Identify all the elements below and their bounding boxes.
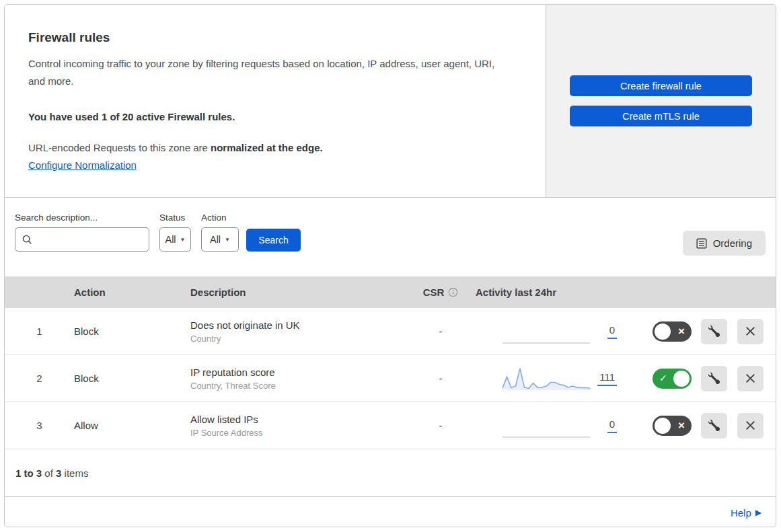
rule-description: Does not originate in UK: [190, 319, 406, 331]
rule-priority: 2: [5, 373, 74, 384]
usage-note: You have used 1 of 20 active Firewall ru…: [28, 111, 525, 122]
cross-icon: ×: [678, 416, 685, 436]
activity-count-link[interactable]: 0: [607, 324, 617, 339]
search-button[interactable]: Search: [246, 229, 301, 252]
csr-column-header: CSR: [406, 287, 476, 298]
rule-csr-value: -: [406, 420, 476, 431]
rule-description-cell: IP reputation score Country, Threat Scor…: [190, 367, 406, 391]
wrench-icon: [708, 326, 720, 337]
normalization-bold: normalized at the edge.: [211, 142, 323, 153]
activity-sparkline: [503, 413, 590, 439]
rule-controls: ✓ ×: [644, 413, 776, 439]
activity-column-header: Activity last 24hr: [476, 287, 644, 298]
rule-action: Block: [74, 373, 190, 384]
toggle-knob: [655, 324, 671, 340]
rule-priority: 1: [5, 326, 74, 337]
status-dropdown[interactable]: All ▼: [159, 227, 191, 252]
rule-activity-cell: 111: [476, 366, 644, 391]
create-firewall-rule-button[interactable]: Create firewall rule: [570, 75, 752, 96]
summary-total: 3: [56, 467, 61, 479]
wrench-icon: [708, 373, 720, 384]
close-icon: [745, 326, 755, 336]
action-value: All: [210, 234, 221, 245]
ordering-list-icon: [696, 238, 707, 249]
wrench-icon: [708, 420, 720, 431]
page-description: Control incoming traffic to your zone by…: [28, 55, 503, 90]
status-label: Status: [159, 213, 191, 223]
filter-bar: Search description... Status All ▼ Actio…: [5, 198, 776, 276]
rule-controls: ✓ ×: [644, 366, 776, 391]
toggle-knob: [673, 371, 690, 387]
actions-panel: Create firewall rule Create mTLS rule: [546, 5, 776, 197]
summary-items: items: [65, 467, 89, 479]
rule-action: Block: [74, 326, 190, 337]
csr-label: CSR: [423, 287, 445, 298]
chevron-down-icon: ▼: [225, 237, 230, 243]
action-filter-group: Action All ▼: [201, 213, 239, 252]
rule-criteria: IP Source Address: [190, 428, 406, 438]
chevron-down-icon: ▼: [180, 237, 186, 243]
action-column-header: Action: [74, 287, 190, 298]
status-value: All: [165, 234, 176, 245]
search-input-box[interactable]: [15, 227, 149, 252]
firewall-rules-card: Firewall rules Control incoming traffic …: [4, 4, 776, 527]
check-icon: ✓: [659, 369, 667, 389]
table-summary: 1 to 3 of 3 items: [5, 449, 776, 497]
search-icon: [22, 235, 32, 245]
normalization-note: URL-encoded Requests to this zone are no…: [28, 142, 525, 153]
rule-activity-cell: 0: [476, 319, 644, 344]
close-icon: [745, 420, 755, 430]
description-column-header: Description: [190, 287, 406, 298]
toggle-knob: [655, 418, 671, 434]
cross-icon: ×: [678, 321, 685, 342]
rule-csr-value: -: [406, 326, 476, 337]
edit-rule-button[interactable]: [701, 366, 727, 391]
table-row: 2 Block IP reputation score Country, Thr…: [5, 355, 776, 402]
rule-enabled-toggle[interactable]: ✓ ×: [653, 321, 692, 342]
help-bar: Help ▶: [5, 497, 776, 527]
rule-priority: 3: [5, 420, 74, 431]
edit-rule-button[interactable]: [701, 413, 727, 439]
search-label: Search description...: [15, 213, 149, 223]
action-label: Action: [201, 213, 239, 223]
close-icon: [745, 373, 755, 383]
table-row: 1 Block Does not originate in UK Country…: [5, 308, 776, 355]
search-field-group: Search description...: [15, 213, 149, 252]
configure-normalization-link[interactable]: Configure Normalization: [28, 159, 137, 171]
header-text-block: Firewall rules Control incoming traffic …: [5, 5, 546, 197]
rule-enabled-toggle[interactable]: ✓ ×: [653, 369, 692, 389]
rule-description: IP reputation score: [190, 367, 406, 378]
ordering-label: Ordering: [713, 237, 752, 249]
create-mtls-rule-button[interactable]: Create mTLS rule: [570, 106, 752, 126]
edit-rule-button[interactable]: [701, 319, 727, 344]
rule-description-cell: Does not originate in UK Country: [190, 319, 406, 344]
table-row: 3 Allow Allow listed IPs IP Source Addre…: [5, 402, 776, 449]
search-input[interactable]: [36, 234, 149, 245]
rule-action: Allow: [74, 420, 190, 431]
rule-criteria: Country, Threat Score: [190, 381, 406, 391]
help-label: Help: [731, 507, 751, 519]
rule-enabled-toggle[interactable]: ✓ ×: [653, 416, 692, 436]
action-dropdown[interactable]: All ▼: [201, 227, 239, 252]
arrow-right-icon: ▶: [755, 508, 761, 517]
activity-count-link[interactable]: 111: [597, 371, 617, 386]
rule-description-cell: Allow listed IPs IP Source Address: [190, 414, 406, 438]
rule-csr-value: -: [406, 373, 476, 384]
status-filter-group: Status All ▼: [159, 213, 191, 252]
ordering-button[interactable]: Ordering: [683, 231, 766, 256]
delete-rule-button[interactable]: [737, 413, 764, 439]
normalization-prefix: URL-encoded Requests to this zone are: [28, 142, 211, 153]
info-icon[interactable]: [448, 287, 458, 297]
help-link[interactable]: Help ▶: [731, 507, 761, 519]
page-title: Firewall rules: [28, 30, 525, 45]
delete-rule-button[interactable]: [737, 366, 764, 391]
rule-criteria: Country: [190, 334, 406, 344]
activity-count-link[interactable]: 0: [607, 418, 617, 433]
summary-range: 1 to 3: [15, 467, 42, 479]
activity-sparkline: [503, 319, 590, 344]
rule-description: Allow listed IPs: [190, 414, 406, 425]
table-header: Action Description CSR Activity last 24h…: [5, 276, 776, 308]
summary-of: of: [44, 467, 53, 479]
delete-rule-button[interactable]: [737, 319, 764, 344]
header-section: Firewall rules Control incoming traffic …: [5, 5, 776, 198]
